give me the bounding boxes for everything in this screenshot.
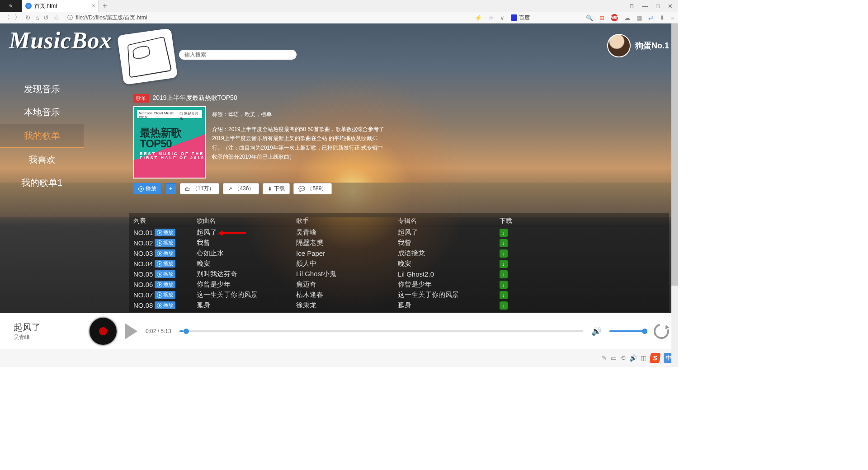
favorite-button[interactable]: ☆ xyxy=(53,14,59,21)
window-minimize-icon[interactable]: ― xyxy=(642,3,648,9)
download-icon[interactable]: ⬇ xyxy=(660,14,665,21)
row-download-button[interactable]: ↓ xyxy=(500,270,508,278)
progress-thumb[interactable] xyxy=(184,329,189,334)
sidebar-item-playlist1[interactable]: 我的歌单1 xyxy=(0,171,84,194)
adblock-icon[interactable]: ABP xyxy=(611,14,618,21)
share-button[interactable]: ↗（436） xyxy=(223,183,259,194)
nav-bar: 〈 〉 ↻ ⌂ ↺ ☆ ⓘ file:///D:/files/第五版/首页.ht… xyxy=(0,12,678,24)
tray-icon[interactable]: ▭ xyxy=(611,354,617,362)
address-bar[interactable]: file:///D:/files/第五版/首页.html xyxy=(75,14,147,22)
tray-icon[interactable]: ◫ xyxy=(641,354,646,362)
col-artist: 歌手 xyxy=(296,217,398,225)
row-download-button[interactable]: ↓ xyxy=(500,239,508,247)
disc-icon[interactable] xyxy=(90,318,117,345)
comment-button[interactable]: 💬（589） xyxy=(293,183,332,194)
search-input[interactable] xyxy=(179,50,297,60)
row-number: NO.08 xyxy=(133,301,153,309)
loop-button[interactable] xyxy=(651,320,672,341)
browser-tab[interactable]: 首页.html × xyxy=(22,0,99,12)
row-download-button[interactable]: ↓ xyxy=(500,301,508,310)
leaf-icon[interactable]: ☁ xyxy=(624,14,630,21)
table-row[interactable]: NO.03播放心如止水Ice Paper成语接龙↓ xyxy=(133,248,665,258)
play-button[interactable] xyxy=(125,323,137,339)
row-number: NO.06 xyxy=(133,281,153,288)
play-icon xyxy=(157,240,162,246)
volume-bar[interactable] xyxy=(609,330,646,332)
table-row[interactable]: NO.05播放别叫我达芬奇Lil Ghost小鬼Lil Ghost2.0↓ xyxy=(133,269,665,279)
table-row[interactable]: NO.02播放我曾隔壁老樊我曾↓ xyxy=(133,238,665,248)
download-button[interactable]: ⬇下载 xyxy=(263,183,290,194)
sogou-ime-icon[interactable]: S xyxy=(649,353,660,363)
stop-button[interactable]: ↺ xyxy=(43,14,49,21)
tray-icon[interactable]: ✎ xyxy=(602,354,607,362)
musicbox-icon xyxy=(127,36,172,78)
table-row[interactable]: NO.07播放这一生关于你的风景枯木逢春这一生关于你的风景↓ xyxy=(133,290,665,300)
menu-icon[interactable]: ≡ xyxy=(671,14,675,21)
row-number: NO.03 xyxy=(133,249,153,257)
forward-button[interactable]: 〉 xyxy=(14,14,21,22)
row-play-button[interactable]: 播放 xyxy=(155,291,175,299)
row-play-button[interactable]: 播放 xyxy=(155,229,175,236)
sidebar-item-discover[interactable]: 发现音乐 xyxy=(0,78,84,101)
row-download-button[interactable]: ↓ xyxy=(500,249,508,258)
tab-bar: ✎ 首页.html × + ⊓ ― □ ✕ xyxy=(0,0,678,12)
play-all-button[interactable]: 播放 xyxy=(133,183,161,194)
tab-close-icon[interactable]: × xyxy=(92,2,95,9)
row-download-button[interactable]: ↓ xyxy=(500,281,508,289)
row-play-button[interactable]: 播放 xyxy=(155,249,175,257)
toggle-icon[interactable]: ⇄ xyxy=(648,14,653,21)
row-artist: Ice Paper xyxy=(296,249,398,257)
volume-icon[interactable]: 🔊 xyxy=(591,326,601,336)
volume-thumb[interactable] xyxy=(642,329,647,334)
row-play-button[interactable]: 播放 xyxy=(155,301,175,309)
row-play-button[interactable]: 播放 xyxy=(155,270,175,278)
playlist-badge: 歌单 xyxy=(133,94,149,103)
flash-icon[interactable]: ⚡ xyxy=(475,14,482,21)
row-artist: 颜人中 xyxy=(296,259,398,268)
row-album: 晚安 xyxy=(398,259,500,268)
progress-bar[interactable] xyxy=(179,330,583,332)
ms-grid-icon[interactable]: ⊞ xyxy=(599,14,604,21)
table-row[interactable]: NO.04播放晚安颜人中晚安↓ xyxy=(133,258,665,269)
sidebar-item-playlist[interactable]: 我的歌单 xyxy=(0,124,84,148)
dropdown-icon[interactable]: ∨ xyxy=(500,14,505,21)
playlist-cover[interactable]: NetEase Cloud Music 2019◎ 网易云音乐 最热新歌TOP5… xyxy=(133,106,206,179)
sidebar-item-liked[interactable]: 我喜欢 xyxy=(0,148,84,171)
row-album: 成语接龙 xyxy=(398,249,500,258)
avatar[interactable] xyxy=(607,34,631,57)
window-maximize-icon[interactable]: □ xyxy=(656,3,660,9)
sidebar-item-local[interactable]: 本地音乐 xyxy=(0,101,84,124)
search-engine[interactable]: 百度 xyxy=(511,14,530,22)
search-icon[interactable]: 🔍 xyxy=(586,14,593,21)
play-icon xyxy=(157,272,162,277)
row-download-button[interactable]: ↓ xyxy=(500,229,508,237)
share-icon: ↗ xyxy=(228,186,232,192)
table-row[interactable]: NO.01播放起风了吴青峰起风了↓ xyxy=(133,227,665,238)
table-row[interactable]: NO.06播放你曾是少年焦迈奇你曾是少年↓ xyxy=(133,279,665,290)
reload-button[interactable]: ↻ xyxy=(25,14,31,21)
new-tab-button[interactable]: + xyxy=(99,2,111,10)
download-icon: ⬇ xyxy=(268,186,272,192)
window-pin-icon[interactable]: ⊓ xyxy=(629,3,634,9)
row-download-button[interactable]: ↓ xyxy=(500,260,508,268)
row-song: 别叫我达芬奇 xyxy=(197,270,296,278)
tray-icon[interactable]: ⟲ xyxy=(620,354,626,362)
back-button[interactable]: 〈 xyxy=(4,14,10,22)
row-play-button[interactable]: 播放 xyxy=(155,260,175,268)
play-icon xyxy=(157,261,162,267)
row-play-button[interactable]: 播放 xyxy=(155,281,175,288)
favorite-button[interactable]: 🗀（11万） xyxy=(180,183,219,194)
ext1-icon[interactable]: ▦ xyxy=(637,14,642,21)
row-play-button[interactable]: 播放 xyxy=(155,239,175,247)
row-download-button[interactable]: ↓ xyxy=(500,291,508,299)
window-close-icon[interactable]: ✕ xyxy=(668,3,673,9)
tab-title: 首页.html xyxy=(34,2,57,10)
user-area[interactable]: 狗蛋No.1 xyxy=(607,34,669,57)
table-row[interactable]: NO.08播放孤身徐秉龙孤身↓ xyxy=(133,300,665,310)
tray-speaker-icon[interactable]: 🔊 xyxy=(629,354,637,362)
row-song: 你曾是少年 xyxy=(197,280,296,289)
home-button[interactable]: ⌂ xyxy=(35,14,39,21)
sidebar: 发现音乐 本地音乐 我的歌单 我喜欢 我的歌单1 xyxy=(0,78,84,194)
bookmark-icon[interactable]: ☆ xyxy=(488,14,494,21)
add-button[interactable]: + xyxy=(165,183,176,194)
